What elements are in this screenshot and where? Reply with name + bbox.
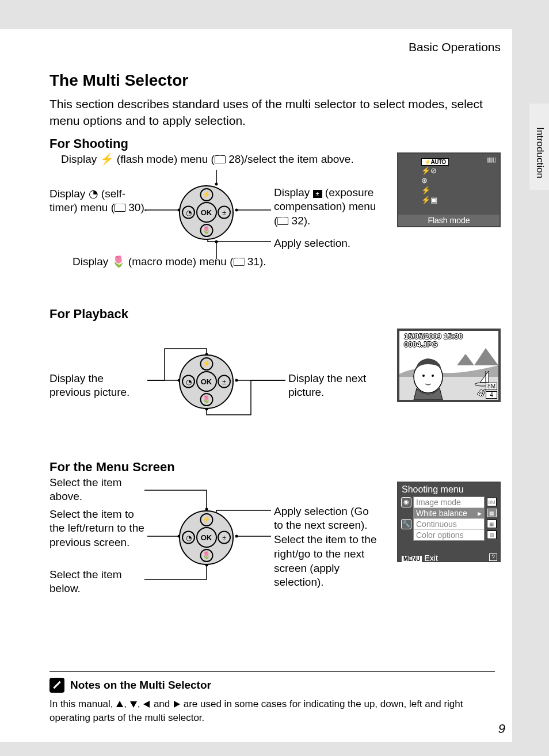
multi-selector-dial: ⚡ 🌷 ◔ ± OK: [179, 185, 234, 240]
menu-badge: ▣: [487, 520, 497, 528]
menu-row: 🔧 Continuous ▣: [414, 519, 484, 530]
menu-button-label: MENU: [402, 556, 422, 562]
notes-title: Notes on the Multi Selector: [70, 679, 211, 692]
self-timer-icon: ◔: [89, 188, 98, 200]
menu-section: Select the item above. Select the item t…: [49, 476, 512, 608]
playback-counter: 4/: [478, 388, 485, 398]
menu-exit: MENUExit ?: [398, 551, 500, 565]
triangle-up-icon: [116, 700, 124, 708]
playback-date: 15/05/2009 15:300004.JPG: [404, 333, 463, 349]
menu-thumbnail: Shooting menu ◉ Image mode 8M White bala…: [397, 482, 501, 562]
shoot-label-top: Display ⚡ (flash mode) menu ( 28)/select…: [61, 152, 383, 167]
menu-badge: 8M: [487, 498, 497, 506]
page-title: The Multi Selector: [49, 71, 512, 90]
play-label-left: Display the previous picture.: [49, 372, 147, 400]
camera-icon: ◉: [401, 497, 411, 507]
dial-right: ±: [218, 531, 231, 544]
dial-left: ◔: [182, 531, 195, 544]
playback-heading: For Playback: [49, 307, 512, 322]
page: Basic Operations The Multi Selector This…: [0, 29, 512, 742]
menu-row: ◉ Image mode 8M: [414, 497, 484, 508]
macro-icon: 🌷: [112, 255, 125, 268]
svg-point-25: [235, 534, 238, 537]
multi-selector-dial: ⚡ 🌷 ◔ ± OK: [179, 510, 234, 565]
wrench-icon: 🔧: [401, 519, 411, 529]
menu-label-above: Select the item above.: [49, 476, 147, 504]
dial-down: 🌷: [200, 224, 213, 237]
svg-point-11: [235, 379, 238, 381]
svg-point-5: [235, 208, 238, 211]
flash-option: ⊛: [421, 175, 449, 185]
svg-point-18: [432, 375, 434, 377]
page-ref-icon: [215, 153, 226, 165]
svg-marker-26: [116, 701, 123, 707]
page-ref-icon: [277, 215, 288, 227]
dial-down: 🌷: [200, 549, 213, 562]
page-ref-icon: [234, 255, 245, 268]
shoot-label-left: Display ◔ (self-timer) menu ( 30).: [49, 187, 147, 215]
play-badge: 4: [486, 391, 497, 399]
flash-mode-thumbnail: ⚡AUTO ⚡⊘ ⊛ ⚡ ⚡▣ Flash mode ▥▯: [397, 152, 501, 227]
shoot-label-bottom: Display 🌷 (macro mode) menu ( 31).: [73, 255, 360, 269]
svg-point-1: [215, 182, 218, 185]
page-number: 9: [498, 721, 505, 736]
page-ref-icon: [115, 201, 125, 213]
help-icon: ?: [489, 553, 497, 561]
flash-caption: Flash mode: [398, 215, 500, 226]
shooting-section: Display ⚡ (flash mode) menu ( 28)/select…: [49, 152, 512, 302]
shooting-heading: For Shooting: [49, 136, 512, 151]
play-label-right: Display the next picture.: [288, 372, 386, 400]
svg-marker-29: [174, 701, 180, 708]
dial-ok: OK: [196, 527, 217, 548]
flash-icon: ⚡: [100, 153, 114, 165]
menu-badge: ⊠: [487, 530, 497, 539]
svg-point-17: [422, 375, 425, 377]
svg-marker-27: [130, 701, 137, 708]
running-head: Basic Operations: [49, 40, 512, 54]
dial-ok: OK: [196, 202, 217, 223]
pencil-icon: [49, 678, 64, 693]
svg-marker-28: [143, 701, 150, 708]
flash-option: ⚡▣: [421, 195, 449, 205]
menu-thumb-title: Shooting menu: [398, 483, 500, 497]
menu-badge: ▦: [487, 509, 497, 517]
notes-text: In this manual, , , and are used in some…: [49, 697, 495, 725]
svg-point-8: [215, 240, 218, 243]
dial-up: ⚡: [200, 513, 213, 526]
play-badge: 8M: [486, 383, 497, 390]
exposure-icon: ±: [313, 190, 322, 198]
triangle-right-icon: [173, 700, 181, 708]
menu-row-selected: White balance ▸ ▦: [414, 508, 484, 519]
intro-text: This section describes standard uses of …: [49, 96, 512, 129]
triangle-left-icon: [143, 700, 151, 708]
dial-ok: OK: [196, 371, 217, 392]
dial-right: ±: [218, 375, 231, 388]
menu-row: Color options ⊠: [414, 530, 484, 540]
flash-auto-badge: ⚡AUTO: [421, 158, 449, 166]
playback-thumbnail: 15/05/2009 15:300004.JPG 4/ 8M 4: [397, 329, 501, 402]
dial-up: ⚡: [200, 188, 213, 201]
dial-left: ◔: [182, 375, 195, 388]
dial-down: 🌷: [200, 393, 213, 406]
shoot-label-apply: Apply selection.: [274, 236, 350, 251]
triangle-down-icon: [129, 700, 138, 708]
side-tab: Introduction: [529, 104, 549, 190]
dial-left: ◔: [182, 206, 195, 219]
multi-selector-dial: ⚡ 🌷 ◔ ± OK: [179, 354, 234, 409]
flash-option: ⚡: [421, 185, 449, 195]
dial-right: ±: [218, 206, 231, 219]
menu-label-below: Select the item below.: [49, 568, 147, 596]
dial-up: ⚡: [200, 357, 213, 371]
menu-label-apply-right: Apply selection (Go to the next screen).…: [274, 505, 378, 590]
menu-label-left: Select the item to the left/return to th…: [49, 507, 147, 550]
playback-section: Display the previous picture. Display th…: [49, 323, 512, 455]
battery-icon: ▥▯: [487, 156, 496, 163]
flash-option: ⚡⊘: [421, 166, 449, 175]
menu-heading: For the Menu Screen: [49, 460, 512, 475]
notes-section: Notes on the Multi Selector In this manu…: [49, 671, 495, 725]
shoot-label-right: Display ± (exposure compensation) menu (…: [274, 186, 378, 228]
